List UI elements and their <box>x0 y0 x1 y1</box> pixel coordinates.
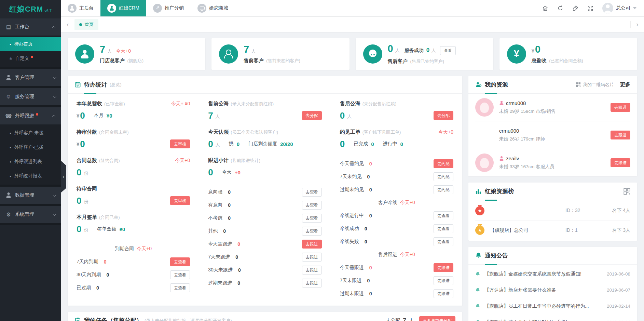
panel-title: 待办统计 <box>84 81 107 89</box>
action-button[interactable]: 去审核 <box>170 139 190 148</box>
action-button[interactable]: 去分配 <box>434 111 453 120</box>
stat-block-extra: 签单金额 ¥0 <box>97 226 125 232</box>
sidebar-collapse-handle[interactable]: ‹ <box>61 161 66 193</box>
stat-card-label: 售后客户 <box>388 58 408 64</box>
top-nav-tab[interactable]: 婚恋商城 <box>191 0 235 16</box>
ic-revenue <box>507 44 526 64</box>
title-underline <box>485 264 497 265</box>
action-button[interactable]: 去审核 <box>170 196 190 205</box>
follow-up-button[interactable]: 去跟进 <box>611 103 630 112</box>
top-nav-tab[interactable]: 主后台 <box>61 0 100 16</box>
action-button[interactable]: 去跟进 <box>302 266 322 275</box>
divider-label: 售后跟进 <box>378 252 397 258</box>
stat-block-extra: 本月 ¥0 <box>94 112 112 119</box>
user-menu[interactable]: 总公司 <box>602 3 636 14</box>
stat-card-note: (旗舰店) <box>127 58 144 63</box>
sidebar-subitem[interactable]: ● 外呼跟进列表 <box>0 155 61 169</box>
follow-up-button[interactable]: 去跟进 <box>611 131 630 139</box>
action-button[interactable]: 去约见 <box>434 159 453 168</box>
sidebar-subitem[interactable]: ● 外呼客户-未拨 <box>0 126 61 140</box>
refresh-icon[interactable] <box>557 5 563 11</box>
chevron-icon <box>53 193 56 197</box>
resource-name: crmu000 <box>499 128 519 134</box>
bullet-icon: ● <box>10 132 11 135</box>
top-nav-tab[interactable]: 推广分销 <box>146 0 191 16</box>
action-button[interactable]: 去查看 <box>302 201 322 210</box>
avatar <box>475 126 494 144</box>
sidebar-item-icon <box>5 94 12 100</box>
stat-block-unit: 份 <box>84 227 88 233</box>
rank-panel-header: 红娘资源榜 <box>468 183 637 200</box>
sidebar-subitem[interactable]: ● 外呼统计报表 <box>0 169 61 183</box>
sidebar-item[interactable]: 工作台 <box>0 18 61 36</box>
action-button[interactable]: 去跟进 <box>302 279 322 287</box>
action-button[interactable]: 去查看 <box>170 270 190 279</box>
stat-block-value: 0 <box>77 168 81 177</box>
notice-item[interactable]: 【旗舰店】金媒婚恋交友系统国庆节放假通知! 2019-06-08 <box>475 266 630 282</box>
sidebar-item[interactable]: 客户管理 <box>0 69 61 86</box>
sidebar-item[interactable]: 数据管理 <box>0 187 61 204</box>
action-button[interactable]: 去约见 <box>434 185 453 194</box>
notice-item[interactable]: 【万达店】新店开张需要什么准备 2019-06-07 <box>475 282 630 298</box>
sidebar-item[interactable]: 系统管理 <box>0 206 61 223</box>
bell-icon <box>475 271 480 277</box>
view-button[interactable]: 查看 <box>440 46 456 55</box>
qr-code-icon <box>624 188 630 195</box>
action-button[interactable]: 去查看 <box>302 227 322 236</box>
todo-row-value: 0 <box>237 241 240 247</box>
page-tab-home[interactable]: 首页 <box>74 19 98 30</box>
top-nav-tab[interactable]: 红娘CRM <box>100 0 146 16</box>
stat-block: 待审付款 (合同金额未审) ¥ 0 <box>77 129 190 149</box>
action-button[interactable]: 去跟进 <box>434 263 453 272</box>
resource-info: 未婚 26岁 179cm 律师 <box>499 136 545 142</box>
todo-row-value: 0 <box>367 278 370 283</box>
stat-card: ¥ 0 总盈收 (已签约合同金额) <box>499 38 637 70</box>
action-button[interactable]: 去跟进 <box>302 240 322 249</box>
tabbar-left-arrow[interactable]: ‹ <box>61 21 74 28</box>
todo-row: 7天内到期 0 去查看 <box>77 255 190 268</box>
sidebar-subitem[interactable]: ± 自定义 <box>0 51 61 66</box>
sidebar-item[interactable]: 服务管理 <box>0 88 61 105</box>
action-button[interactable]: 去查看 <box>434 224 453 233</box>
sidebar-item-icon <box>5 211 12 217</box>
divider-today-delta: 今天+0 <box>400 252 415 258</box>
notice-title: 【旗舰店】员工在日常工作当中必须遵守的行为... <box>484 303 603 309</box>
stat-block-note: (签约合同) <box>99 158 120 164</box>
home-icon[interactable] <box>542 5 548 11</box>
rank-qr-button[interactable] <box>624 188 630 195</box>
avatar <box>475 153 494 172</box>
sidebar-item[interactable]: 外呼跟进 <box>0 107 61 124</box>
theme-brush-icon[interactable] <box>572 5 578 11</box>
stat-block-today-delta: 今天+0 <box>175 158 190 164</box>
stat-card-value: 7 <box>244 44 249 54</box>
top-nav-actions: 总公司 <box>542 0 644 16</box>
action-button[interactable]: 去查看 <box>434 211 453 220</box>
action-button[interactable]: 去查看 <box>302 214 322 223</box>
stat-block-extra: 今天 +0 <box>222 169 241 175</box>
tabbar-right-arrow[interactable]: › <box>630 21 644 28</box>
more-unassigned-button[interactable]: 更多售前未分配 <box>419 316 455 321</box>
action-button[interactable]: 去查看 <box>170 257 190 266</box>
action-button[interactable]: 去分配 <box>302 111 322 120</box>
sidebar-subitem[interactable]: ● 外呼客户-已拨 <box>0 140 61 155</box>
action-button[interactable]: 去查看 <box>434 237 453 246</box>
action-button[interactable]: 去跟进 <box>302 253 322 262</box>
sidebar-subitem[interactable]: ● 待办首页 <box>0 37 61 51</box>
custom-icon: ± <box>10 56 12 61</box>
unassigned-unit: 人 <box>409 318 414 321</box>
share-icon <box>153 4 162 13</box>
action-button[interactable]: 去跟进 <box>434 289 453 298</box>
notice-item[interactable]: 【旗舰店】请不要在上班的时候玩手机! 2019-02-14 <box>475 314 630 321</box>
stat-card-value: 0 <box>388 44 393 54</box>
todo-column: 售后公海 (未分配售后红娘) 0 人 <box>331 94 462 306</box>
my-qr-card-link[interactable]: 我的二维码名片 <box>576 82 614 88</box>
follow-up-button[interactable]: 去跟进 <box>611 158 630 167</box>
resources-more-link[interactable]: 更多 <box>620 81 630 88</box>
action-button[interactable]: 去查看 <box>170 283 190 292</box>
action-button[interactable]: 去查看 <box>302 188 322 197</box>
action-button[interactable]: 去跟进 <box>434 276 453 285</box>
action-button[interactable]: 去约见 <box>434 172 453 181</box>
fullscreen-icon[interactable] <box>587 5 593 11</box>
resources-panel-header: 我的资源 我的二维码名片 更多 <box>468 76 637 94</box>
notice-item[interactable]: 【旗舰店】员工在日常工作当中必须遵守的行为... 2019-02-14 <box>475 298 630 314</box>
